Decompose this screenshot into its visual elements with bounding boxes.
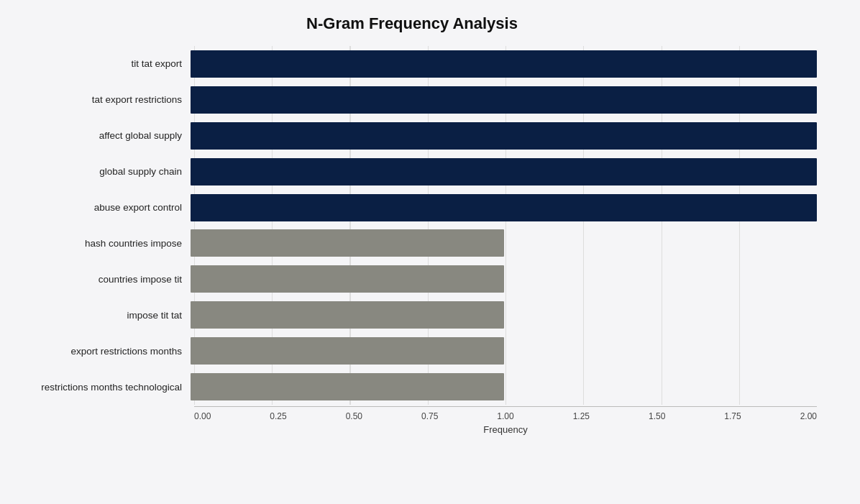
bar-track xyxy=(191,194,817,221)
bar-row: affect global supply xyxy=(7,118,817,154)
bar-track xyxy=(191,337,817,365)
bar-label: tit tat export xyxy=(7,58,191,69)
bar-label: tat export restrictions xyxy=(7,94,191,105)
bar-track xyxy=(191,373,817,400)
bar-fill xyxy=(191,373,504,400)
bar-track xyxy=(191,50,817,78)
chart-title: N-Gram Frequency Analysis xyxy=(7,14,817,33)
bar-fill xyxy=(191,229,504,257)
bar-fill xyxy=(191,122,817,150)
bar-row: abuse export control xyxy=(7,190,817,226)
x-tick: 1.50 xyxy=(649,411,724,421)
bar-row: tit tat export xyxy=(7,46,817,82)
bar-row: tat export restrictions xyxy=(7,82,817,118)
x-axis-line xyxy=(194,406,817,407)
bars-section: tit tat exporttat export restrictionsaff… xyxy=(7,46,817,405)
bar-track xyxy=(191,301,817,329)
bar-fill xyxy=(191,158,817,185)
chart-container: N-Gram Frequency Analysis tit tat export… xyxy=(0,0,860,504)
x-tick: 0.25 xyxy=(270,411,345,421)
bar-label: abuse export control xyxy=(7,202,191,213)
bar-label: countries impose tit xyxy=(7,274,191,285)
bar-row: impose tit tat xyxy=(7,297,817,333)
x-tick: 0.75 xyxy=(421,411,497,421)
bar-track xyxy=(191,158,817,185)
bar-track xyxy=(191,265,817,293)
bar-fill xyxy=(191,86,817,114)
bar-label: impose tit tat xyxy=(7,310,191,321)
bar-label: hash countries impose xyxy=(7,238,191,249)
x-tick: 1.75 xyxy=(724,411,800,421)
bar-track xyxy=(191,86,817,114)
bar-fill xyxy=(191,50,817,78)
x-axis-label: Frequency xyxy=(194,424,817,435)
chart-area: tit tat exporttat export restrictionsaff… xyxy=(7,46,817,435)
bar-label: affect global supply xyxy=(7,130,191,141)
x-tick: 2.00 xyxy=(800,411,817,421)
bar-row: hash countries impose xyxy=(7,226,817,262)
x-tick: 1.00 xyxy=(497,411,572,421)
bar-label: global supply chain xyxy=(7,166,191,177)
x-tick: 0.00 xyxy=(194,411,270,421)
x-axis: 0.000.250.500.751.001.251.501.752.00 xyxy=(194,411,817,421)
x-tick: 1.25 xyxy=(573,411,649,421)
bar-fill xyxy=(191,337,504,365)
bar-row: export restrictions months xyxy=(7,333,817,369)
bar-track xyxy=(191,229,817,257)
bar-label: export restrictions months xyxy=(7,346,191,357)
x-tick: 0.50 xyxy=(346,411,421,421)
bar-fill xyxy=(191,265,504,293)
bar-row: restrictions months technological xyxy=(7,369,817,405)
bar-row: countries impose tit xyxy=(7,261,817,297)
bar-track xyxy=(191,122,817,150)
bar-fill xyxy=(191,301,504,329)
bar-row: global supply chain xyxy=(7,154,817,190)
bar-label: restrictions months technological xyxy=(7,382,191,393)
bar-fill xyxy=(191,194,817,221)
